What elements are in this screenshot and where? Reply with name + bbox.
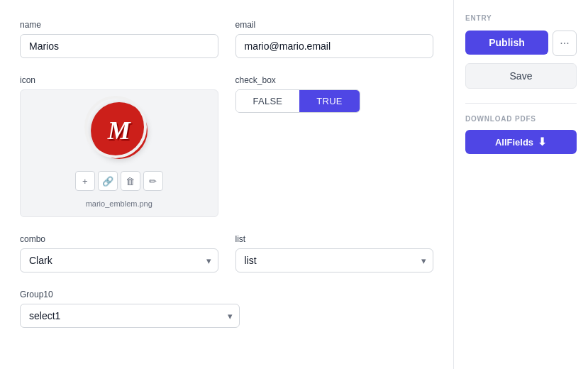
combo-label: combo (20, 234, 218, 244)
edit-icon-button[interactable]: ✏ (143, 171, 163, 191)
icon-field: M + 🔗 🗑 (20, 89, 218, 217)
icon-label: icon (20, 75, 218, 85)
email-field-group: email (235, 20, 434, 58)
add-icon-button[interactable]: + (75, 171, 95, 191)
divider (465, 103, 577, 104)
allfields-label: AllFields (495, 137, 533, 148)
combo-select[interactable]: Clark Luigi Peach Bowser (20, 248, 218, 272)
name-label: name (20, 20, 218, 30)
combo-select-wrapper: Clark Luigi Peach Bowser ▾ (20, 248, 218, 272)
icon-image-area: M + 🔗 🗑 (29, 99, 209, 208)
link-icon-button[interactable]: 🔗 (98, 171, 118, 191)
main-panel: name email icon M (0, 0, 453, 369)
trash-icon: 🗑 (126, 176, 135, 187)
toggle-false-button[interactable]: FALSE (236, 90, 300, 112)
name-input[interactable] (20, 34, 218, 58)
group10-select-wrapper: select1 select2 select3 ▾ (20, 304, 240, 328)
group10-field-group: Group10 select1 select2 select3 ▾ (20, 290, 240, 328)
publish-button[interactable]: Publish (465, 31, 548, 55)
side-panel: ENTRY Publish ··· Save DOWNLOAD PDFS All… (453, 0, 588, 369)
group10-label: Group10 (20, 290, 240, 299)
group10-select[interactable]: select1 select2 select3 (20, 304, 240, 328)
combo-field-group: combo Clark Luigi Peach Bowser ▾ (20, 234, 218, 272)
mario-circle-border (84, 96, 147, 158)
list-field-group: list list item1 item2 ▾ (235, 234, 434, 272)
email-input[interactable] (235, 34, 434, 58)
mario-emblem: M (87, 99, 151, 163)
icon-field-group: icon M + 🔗 (20, 75, 218, 217)
name-field-group: name (20, 20, 218, 58)
link-icon: 🔗 (102, 176, 113, 187)
icon-filename: mario_emblem.png (86, 199, 152, 208)
checkbox-label: check_box (235, 75, 434, 85)
entry-label: ENTRY (465, 14, 577, 22)
list-label: list (235, 234, 434, 244)
publish-row: Publish ··· (465, 31, 577, 59)
ellipsis-icon: ··· (560, 37, 569, 50)
allfields-button[interactable]: AllFields ⬇ (465, 130, 577, 154)
toggle-true-button[interactable]: TRUE (299, 90, 359, 112)
email-label: email (235, 20, 434, 30)
checkbox-field-group: check_box FALSE TRUE (235, 75, 434, 217)
more-options-button[interactable]: ··· (553, 31, 577, 56)
add-icon: + (82, 176, 88, 187)
list-select[interactable]: list item1 item2 (235, 248, 434, 272)
icon-toolbar: + 🔗 🗑 ✏ (75, 171, 163, 191)
toggle-group: FALSE TRUE (235, 89, 360, 113)
download-icon: ⬇ (538, 136, 547, 148)
pencil-icon: ✏ (149, 176, 157, 187)
save-button[interactable]: Save (465, 63, 577, 89)
list-select-wrapper: list item1 item2 ▾ (235, 248, 434, 272)
download-pdfs-label: DOWNLOAD PDFS (465, 115, 577, 123)
delete-icon-button[interactable]: 🗑 (121, 171, 140, 191)
